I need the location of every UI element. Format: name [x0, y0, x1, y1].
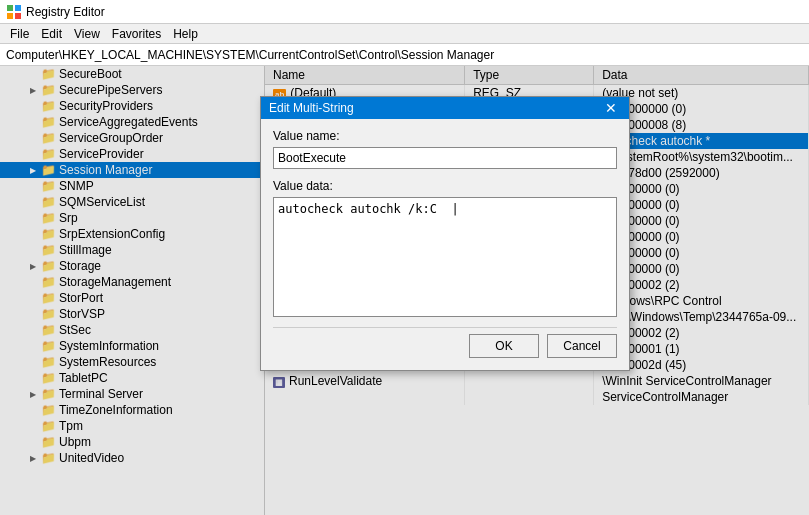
- cancel-button[interactable]: Cancel: [547, 334, 617, 358]
- main-content: 📁SecureBoot▶📁SecurePipeServers📁SecurityP…: [0, 66, 809, 515]
- menu-favorites[interactable]: Favorites: [106, 26, 167, 42]
- modal-close-button[interactable]: ✕: [601, 98, 621, 118]
- modal-titlebar: Edit Multi-String ✕: [261, 97, 629, 119]
- address-bar: Computer\HKEY_LOCAL_MACHINE\SYSTEM\Curre…: [0, 44, 809, 66]
- svg-rect-0: [7, 5, 13, 11]
- modal-overlay: Edit Multi-String ✕ Value name: Value da…: [0, 66, 809, 515]
- svg-rect-3: [15, 13, 21, 19]
- edit-multi-string-modal: Edit Multi-String ✕ Value name: Value da…: [260, 96, 630, 371]
- menu-help[interactable]: Help: [167, 26, 204, 42]
- title-bar: Registry Editor: [0, 0, 809, 24]
- menu-edit[interactable]: Edit: [35, 26, 68, 42]
- app-icon: [6, 4, 22, 20]
- value-data-container: autocheck autochk /k:C |: [273, 197, 617, 317]
- address-path: Computer\HKEY_LOCAL_MACHINE\SYSTEM\Curre…: [6, 48, 494, 62]
- value-name-label: Value name:: [273, 129, 617, 143]
- menu-file[interactable]: File: [4, 26, 35, 42]
- value-name-input[interactable]: [273, 147, 617, 169]
- menu-bar: File Edit View Favorites Help: [0, 24, 809, 44]
- window-title: Registry Editor: [26, 5, 105, 19]
- menu-view[interactable]: View: [68, 26, 106, 42]
- modal-title: Edit Multi-String: [269, 101, 354, 115]
- modal-footer: OK Cancel: [273, 327, 617, 360]
- value-data-input[interactable]: autocheck autochk /k:C |: [273, 197, 617, 317]
- ok-button[interactable]: OK: [469, 334, 539, 358]
- modal-body: Value name: Value data: autocheck autoch…: [261, 119, 629, 370]
- svg-rect-1: [15, 5, 21, 11]
- svg-rect-2: [7, 13, 13, 19]
- value-data-label: Value data:: [273, 179, 617, 193]
